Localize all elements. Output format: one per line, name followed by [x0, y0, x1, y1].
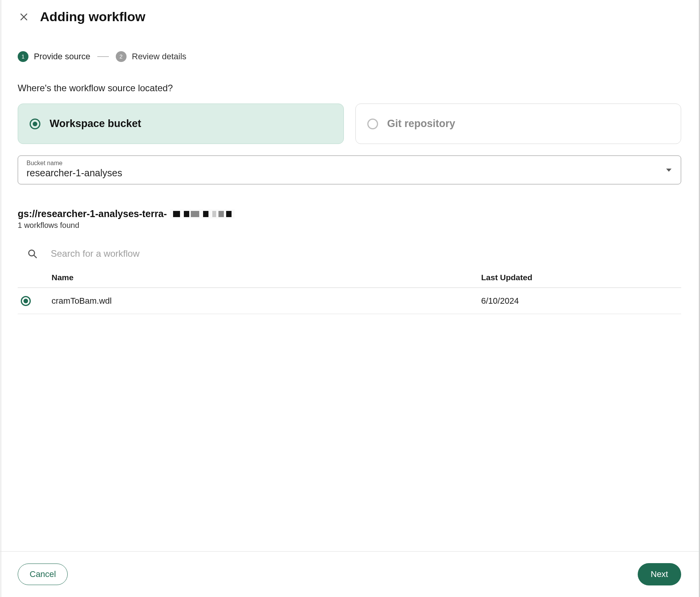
page-title: Adding workflow — [40, 9, 145, 24]
radio-icon — [367, 119, 378, 129]
workflow-count: 1 workflows found — [18, 221, 681, 230]
chevron-down-icon — [666, 169, 672, 172]
select-value: researcher-1-analyses — [27, 167, 672, 179]
stepper: 1 Provide source 2 Review details — [18, 51, 681, 62]
workflow-updated: 6/10/2024 — [481, 288, 681, 314]
search-input[interactable] — [51, 248, 677, 259]
source-option-git-repository[interactable]: Git repository — [355, 104, 682, 144]
cancel-button[interactable]: Cancel — [18, 564, 68, 585]
source-question: Where's the workflow source located? — [18, 83, 681, 94]
step-label: Review details — [132, 52, 187, 62]
add-workflow-dialog: Adding workflow 1 Provide source 2 Revie… — [0, 0, 700, 597]
source-option-label: Git repository — [387, 118, 455, 130]
radio-selected-icon — [21, 296, 31, 306]
source-option-label: Workspace bucket — [50, 118, 141, 130]
table-header-updated: Last Updated — [481, 268, 681, 288]
bucket-path-prefix: gs://researcher-1-analyses-terra- — [18, 208, 167, 219]
workflow-table: Name Last Updated cramToBam.wdl 6/10/202… — [18, 268, 681, 314]
next-button[interactable]: Next — [638, 563, 681, 585]
redacted-segment — [170, 209, 235, 219]
workflow-name: cramToBam.wdl — [52, 288, 481, 314]
search-icon — [27, 248, 38, 259]
step-provide-source: 1 Provide source — [18, 51, 90, 62]
bucket-path: gs://researcher-1-analyses-terra- — [18, 208, 681, 219]
table-row[interactable]: cramToBam.wdl 6/10/2024 — [18, 288, 681, 314]
table-header-name: Name — [52, 268, 481, 288]
step-review-details: 2 Review details — [116, 51, 187, 62]
search-row — [18, 248, 681, 268]
step-badge: 1 — [18, 51, 28, 62]
dialog-header: Adding workflow — [18, 9, 681, 24]
close-button[interactable] — [18, 11, 30, 23]
source-options: Workspace bucket Git repository — [18, 104, 681, 144]
source-option-workspace-bucket[interactable]: Workspace bucket — [18, 104, 344, 144]
dialog-content: Adding workflow 1 Provide source 2 Revie… — [0, 0, 699, 551]
step-connector — [97, 56, 109, 57]
step-label: Provide source — [34, 52, 90, 62]
select-label: Bucket name — [27, 160, 672, 167]
table-header-select — [18, 268, 52, 288]
radio-icon — [30, 119, 40, 129]
dialog-footer: Cancel Next — [0, 551, 699, 597]
bucket-name-select[interactable]: Bucket name researcher-1-analyses — [18, 156, 681, 184]
close-icon — [19, 12, 29, 22]
step-badge: 2 — [116, 51, 127, 62]
